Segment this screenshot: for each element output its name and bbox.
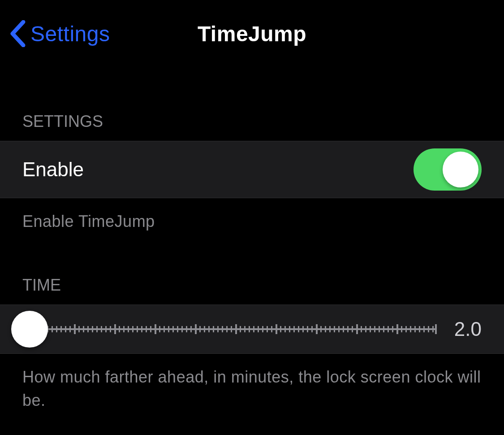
svg-rect-50 (253, 326, 254, 332)
svg-rect-12 (83, 326, 84, 332)
svg-rect-8 (65, 326, 66, 332)
page-title: TimeJump (198, 22, 306, 46)
back-label: Settings (30, 22, 110, 46)
svg-rect-21 (123, 326, 125, 332)
chevron-left-icon (9, 20, 27, 47)
svg-rect-22 (128, 326, 129, 332)
svg-rect-85 (410, 326, 411, 332)
svg-rect-54 (271, 326, 272, 332)
svg-rect-63 (311, 326, 313, 332)
section-header-time: TIME (0, 238, 504, 304)
svg-rect-0 (34, 328, 437, 330)
svg-rect-7 (60, 326, 62, 332)
svg-rect-46 (235, 324, 237, 334)
svg-rect-41 (213, 326, 214, 332)
svg-rect-19 (114, 324, 116, 334)
enable-toggle[interactable] (414, 148, 482, 191)
svg-rect-35 (186, 326, 187, 332)
section-footer-settings: Enable TimeJump (0, 198, 504, 238)
svg-rect-72 (352, 326, 353, 332)
svg-rect-29 (159, 326, 160, 332)
slider-track-icon (34, 323, 437, 335)
svg-rect-24 (137, 326, 138, 332)
svg-rect-91 (435, 324, 437, 334)
svg-rect-81 (392, 326, 393, 332)
svg-rect-49 (249, 326, 250, 332)
svg-rect-77 (374, 326, 375, 332)
svg-rect-89 (428, 326, 429, 332)
svg-rect-31 (168, 326, 169, 332)
svg-rect-52 (262, 326, 263, 332)
section-footer-time: How much farther ahead, in minutes, the … (0, 354, 504, 417)
svg-rect-80 (388, 326, 389, 332)
svg-rect-75 (365, 326, 366, 332)
svg-rect-74 (361, 326, 362, 332)
svg-rect-47 (240, 326, 241, 332)
svg-rect-62 (307, 326, 308, 332)
svg-rect-43 (222, 326, 223, 332)
svg-rect-78 (379, 326, 380, 332)
svg-rect-10 (74, 324, 76, 334)
svg-rect-45 (231, 326, 232, 332)
nav-bar: Settings TimeJump (0, 0, 504, 67)
svg-rect-51 (258, 326, 259, 332)
svg-rect-86 (414, 326, 416, 332)
svg-rect-87 (419, 326, 420, 332)
svg-rect-84 (405, 326, 407, 332)
content: SETTINGS Enable Enable TimeJump TIME (0, 67, 504, 417)
svg-rect-69 (338, 326, 340, 332)
svg-rect-73 (356, 324, 358, 334)
svg-rect-9 (69, 326, 71, 332)
svg-rect-68 (334, 326, 335, 332)
svg-rect-17 (105, 326, 107, 332)
svg-rect-60 (298, 326, 299, 332)
enable-label: Enable (22, 158, 414, 181)
svg-rect-5 (52, 326, 53, 332)
svg-rect-20 (119, 326, 120, 332)
svg-rect-56 (280, 326, 281, 332)
svg-rect-27 (150, 326, 151, 332)
svg-rect-39 (204, 326, 205, 332)
svg-rect-26 (146, 326, 147, 332)
svg-rect-15 (96, 326, 98, 332)
svg-rect-76 (370, 326, 371, 332)
svg-rect-70 (343, 326, 344, 332)
svg-rect-82 (396, 324, 398, 334)
svg-rect-83 (401, 326, 402, 332)
svg-rect-65 (320, 326, 322, 332)
svg-rect-55 (276, 324, 277, 334)
svg-rect-38 (199, 326, 201, 332)
svg-rect-11 (78, 326, 80, 332)
svg-rect-61 (302, 326, 304, 332)
time-slider[interactable] (11, 305, 431, 353)
svg-rect-30 (164, 326, 165, 332)
svg-rect-66 (325, 326, 326, 332)
svg-rect-40 (208, 326, 210, 332)
enable-row[interactable]: Enable (0, 141, 504, 198)
back-button[interactable]: Settings (9, 0, 110, 67)
svg-rect-33 (177, 326, 178, 332)
slider-value: 2.0 (446, 318, 482, 340)
svg-rect-37 (195, 324, 197, 334)
svg-rect-67 (329, 326, 331, 332)
svg-rect-64 (316, 324, 318, 334)
svg-rect-88 (423, 326, 425, 332)
toggle-knob (443, 152, 478, 187)
svg-rect-90 (432, 326, 434, 332)
svg-rect-32 (172, 326, 174, 332)
svg-rect-48 (244, 326, 246, 332)
svg-rect-13 (87, 326, 89, 332)
svg-rect-42 (217, 326, 219, 332)
svg-rect-25 (141, 326, 142, 332)
svg-rect-18 (110, 326, 111, 332)
time-slider-row: 2.0 (0, 304, 504, 354)
svg-rect-36 (190, 326, 192, 332)
svg-rect-14 (92, 326, 93, 332)
svg-rect-58 (289, 326, 290, 332)
svg-rect-6 (56, 326, 57, 332)
svg-rect-34 (181, 326, 183, 332)
section-header-settings: SETTINGS (0, 67, 504, 141)
svg-rect-23 (132, 326, 134, 332)
svg-rect-28 (155, 324, 156, 334)
slider-thumb[interactable] (11, 311, 48, 348)
